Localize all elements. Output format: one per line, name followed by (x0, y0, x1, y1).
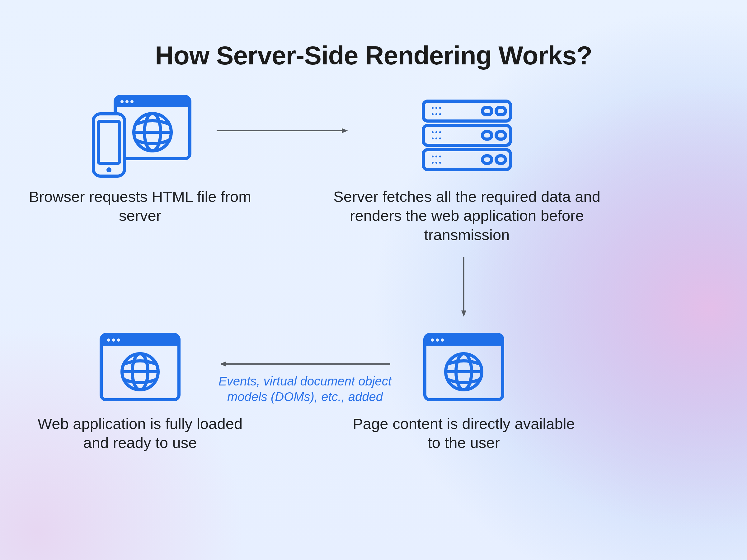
node-step2-caption: Server fetches all the required data and… (327, 187, 607, 244)
svg-point-25 (435, 131, 437, 133)
svg-rect-21 (483, 107, 492, 115)
node-step1-caption: Browser requests HTML file from server (28, 187, 252, 225)
svg-point-4 (125, 100, 129, 103)
svg-point-28 (435, 137, 437, 139)
svg-point-34 (435, 156, 437, 157)
svg-point-16 (435, 107, 437, 109)
svg-point-24 (432, 131, 434, 133)
node-step4-caption: Web application is fully loaded and read… (28, 415, 252, 453)
svg-point-18 (432, 113, 434, 115)
svg-rect-31 (496, 132, 506, 139)
browser-phone-globe-icon (87, 90, 193, 184)
svg-point-20 (439, 113, 441, 115)
svg-point-47 (436, 339, 439, 342)
svg-rect-22 (496, 107, 506, 115)
svg-point-11 (106, 167, 111, 172)
browser-globe-icon (98, 324, 182, 411)
browser-globe-icon (422, 324, 506, 411)
svg-rect-39 (483, 156, 492, 163)
svg-point-36 (432, 162, 434, 164)
svg-point-15 (432, 107, 434, 109)
svg-point-26 (439, 131, 441, 133)
svg-point-58 (112, 339, 115, 342)
arrow-step2-step3 (458, 255, 470, 317)
node-step4: Web application is fully loaded and read… (28, 324, 252, 453)
node-step2: Server fetches all the required data and… (327, 90, 607, 244)
svg-point-46 (431, 339, 434, 342)
svg-point-57 (107, 339, 110, 342)
svg-point-35 (439, 156, 441, 157)
svg-point-48 (441, 339, 444, 342)
svg-point-17 (439, 107, 441, 109)
svg-point-29 (439, 137, 441, 139)
diagram-title: How Server-Side Rendering Works? (0, 41, 747, 71)
svg-marker-42 (461, 311, 466, 317)
server-stack-icon (420, 90, 514, 184)
svg-rect-40 (496, 156, 506, 163)
svg-point-19 (435, 113, 437, 115)
svg-point-59 (117, 339, 120, 342)
node-step3-caption: Page content is directly available to th… (352, 415, 576, 453)
svg-point-3 (121, 100, 124, 103)
svg-point-5 (130, 100, 133, 103)
svg-rect-30 (483, 132, 492, 139)
node-step1: Browser requests HTML file from server (28, 90, 252, 225)
svg-point-27 (432, 137, 434, 139)
svg-point-38 (439, 162, 441, 164)
svg-point-33 (432, 156, 434, 157)
svg-point-37 (435, 162, 437, 164)
